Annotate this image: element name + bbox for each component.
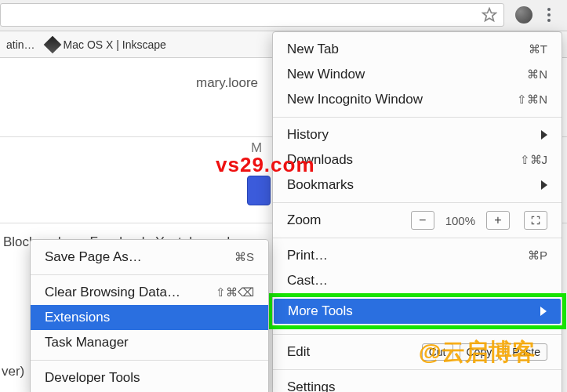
submenu-item-clear-data[interactable]: Clear Browsing Data… ⇧⌘⌫ bbox=[31, 280, 268, 305]
menu-item-settings[interactable]: Settings bbox=[273, 375, 562, 392]
email-text: mary.loore bbox=[196, 75, 258, 91]
submenu-item-task-manager[interactable]: Task Manager bbox=[31, 330, 268, 355]
menu-separator bbox=[273, 369, 562, 370]
more-tools-highlight: More Tools bbox=[268, 293, 566, 329]
menu-separator bbox=[273, 202, 562, 203]
svg-marker-0 bbox=[483, 9, 496, 21]
zoom-out-button[interactable]: − bbox=[411, 211, 434, 230]
ver-fragment: ver) bbox=[2, 364, 24, 379]
omnibox[interactable] bbox=[0, 3, 504, 27]
bookmark-label: atin… bbox=[6, 38, 35, 51]
menu-item-new-tab[interactable]: New Tab ⌘T bbox=[273, 37, 562, 62]
inkscape-icon bbox=[43, 35, 61, 53]
chrome-menu-icon[interactable] bbox=[540, 6, 558, 24]
menu-separator bbox=[273, 334, 562, 335]
menu-item-bookmarks[interactable]: Bookmarks bbox=[273, 172, 562, 198]
menu-item-downloads[interactable]: Downloads ⇧⌘J bbox=[273, 147, 562, 172]
bookmark-star-icon[interactable] bbox=[482, 7, 497, 23]
chevron-right-icon bbox=[540, 307, 547, 316]
submenu-item-dev-tools[interactable]: Developer Tools bbox=[31, 365, 268, 390]
menu-item-new-window[interactable]: New Window ⌘N bbox=[273, 62, 562, 87]
menu-separator bbox=[31, 360, 268, 361]
bookmark-item[interactable]: Mac OS X | Inkscape bbox=[46, 38, 166, 51]
more-tools-submenu: Save Page As… ⌘S Clear Browsing Data… ⇧⌘… bbox=[30, 239, 269, 392]
menu-item-zoom: Zoom − 100% + bbox=[273, 208, 562, 233]
menu-separator bbox=[273, 238, 562, 238]
chevron-right-icon bbox=[541, 130, 547, 140]
menu-item-history[interactable]: History bbox=[273, 122, 562, 147]
submenu-item-extensions[interactable]: Extensions bbox=[31, 305, 268, 330]
menu-item-print[interactable]: Print… ⌘P bbox=[273, 243, 562, 268]
chevron-right-icon bbox=[541, 180, 547, 190]
bookmark-label: Mac OS X | Inkscape bbox=[64, 38, 166, 51]
menu-item-new-incognito[interactable]: New Incognito Window ⇧⌘N bbox=[273, 87, 562, 112]
fullscreen-button[interactable] bbox=[524, 211, 547, 230]
extension-icon[interactable] bbox=[515, 6, 532, 24]
watermark-text: vs29.com bbox=[216, 153, 315, 177]
menu-item-cast[interactable]: Cast… bbox=[273, 268, 562, 293]
menu-separator bbox=[273, 117, 562, 118]
watermark-text: @云启博客 bbox=[419, 336, 536, 368]
bookmark-item[interactable]: atin… bbox=[6, 38, 35, 51]
page-button[interactable] bbox=[247, 176, 271, 205]
browser-toolbar bbox=[0, 0, 567, 31]
zoom-value: 100% bbox=[441, 214, 480, 227]
menu-item-more-tools[interactable]: More Tools bbox=[274, 299, 561, 324]
submenu-item-save-page[interactable]: Save Page As… ⌘S bbox=[31, 245, 268, 270]
menu-separator bbox=[31, 274, 268, 275]
zoom-in-button[interactable]: + bbox=[486, 211, 510, 230]
